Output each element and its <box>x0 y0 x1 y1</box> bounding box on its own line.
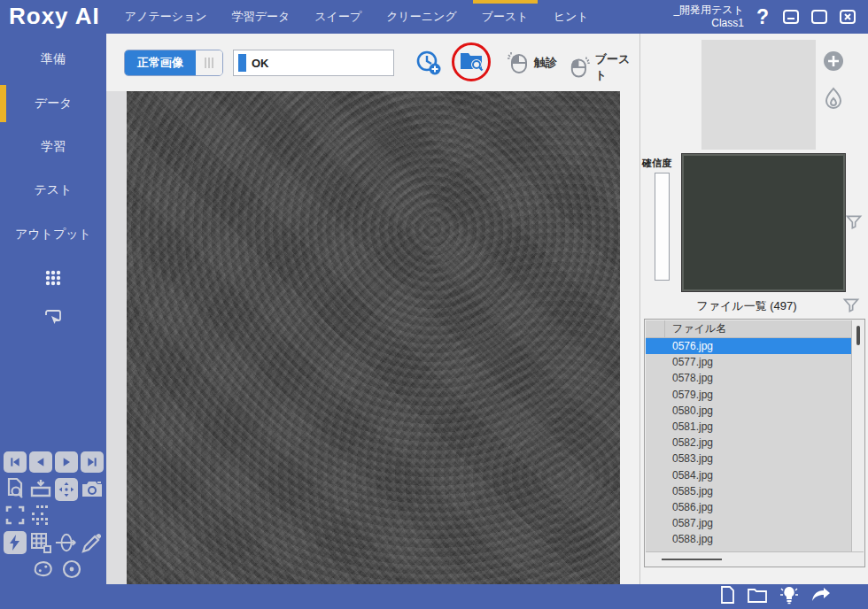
file-row[interactable]: 0576.jpg <box>646 338 851 354</box>
project-info: _開発用テスト Class1 <box>673 4 744 30</box>
result-preview <box>681 153 846 292</box>
palpation-label: 触診 <box>534 55 557 71</box>
menu-annotation[interactable]: アノテーション <box>112 0 220 34</box>
image-type-toggle-label: 正常画像 <box>125 50 196 75</box>
file-row[interactable]: 0583.jpg <box>646 451 851 466</box>
project-name: _開発用テスト <box>673 4 744 17</box>
camera-icon[interactable] <box>81 477 104 500</box>
sidebar-item-prepare[interactable]: 準備 <box>0 51 106 67</box>
collapsed-panel-strip <box>106 91 127 584</box>
grid-menu-icon[interactable] <box>0 269 106 287</box>
menu-cleaning[interactable]: クリーニング <box>374 0 469 34</box>
share-icon[interactable] <box>811 587 831 606</box>
nav-last-icon[interactable] <box>81 451 104 473</box>
vscroll-thumb[interactable] <box>856 326 860 345</box>
menu-boost[interactable]: ブースト <box>469 0 541 34</box>
palpation-mode[interactable]: 触診 <box>507 51 557 74</box>
file-list-hscrollbar[interactable] <box>646 551 864 566</box>
confidence-meter <box>655 173 670 281</box>
file-list-header[interactable]: ファイル名 <box>646 320 851 338</box>
file-row[interactable]: 0584.jpg <box>646 467 851 483</box>
cells-icon[interactable] <box>32 558 55 581</box>
file-row[interactable]: 0586.jpg <box>646 499 851 515</box>
app-window: Roxy AI アノテーション 学習データ スイープ クリーニング ブースト ヒ… <box>0 0 868 609</box>
fabric-noise-texture <box>127 91 620 584</box>
file-column-header: ファイル名 <box>672 321 726 336</box>
mouse-right-click-icon <box>569 56 591 79</box>
nav-next-icon[interactable] <box>55 451 78 473</box>
help-icon[interactable]: ? <box>753 5 772 29</box>
maximize-button[interactable] <box>810 8 829 26</box>
lightbulb-icon[interactable] <box>779 585 799 608</box>
boost-mode[interactable]: ブースト <box>569 51 639 83</box>
inspection-image[interactable] <box>127 91 620 584</box>
minimize-button[interactable] <box>781 8 801 26</box>
flame-icon[interactable] <box>823 87 844 110</box>
category-select[interactable]: OK <box>233 50 394 76</box>
doc-search-icon[interactable] <box>4 477 27 500</box>
crop-icon[interactable] <box>4 504 27 527</box>
toggle-grip[interactable] <box>196 50 222 75</box>
confidence-label: 確信度 <box>642 157 671 170</box>
sidebar-item-data[interactable]: データ <box>0 96 106 112</box>
file-icon[interactable] <box>720 586 735 607</box>
main-menu: アノテーション 学習データ スイープ クリーニング ブースト ヒント <box>112 0 601 34</box>
titlebar-right: _開発用テスト Class1 ? <box>673 4 868 30</box>
file-list: ファイル名 0576.jpg 0577.jpg 0578.jpg 0579.jp… <box>644 319 865 567</box>
image-type-toggle[interactable]: 正常画像 <box>124 50 223 76</box>
sidebar-item-test[interactable]: テスト <box>0 182 106 198</box>
category-value: OK <box>252 57 269 70</box>
mouse-left-click-icon <box>507 51 530 74</box>
plus-circle-icon[interactable] <box>823 50 844 73</box>
menu-sweep[interactable]: スイープ <box>302 0 374 34</box>
thumbnail-placeholder <box>701 40 816 150</box>
sidebar: 準備 データ 学習 テスト アウトプット <box>0 34 106 584</box>
table-grid-icon[interactable] <box>29 531 52 554</box>
filter-icon[interactable] <box>845 213 863 235</box>
eyedropper-icon[interactable] <box>81 531 104 554</box>
file-list-vscrollbar[interactable] <box>851 320 864 551</box>
file-row[interactable]: 0578.jpg <box>646 370 851 386</box>
titlebar: Roxy AI アノテーション 学習データ スイープ クリーニング ブースト ヒ… <box>0 0 868 34</box>
file-list-title: ファイル一覧 (497) <box>658 298 835 314</box>
nav-prev-icon[interactable] <box>29 451 52 473</box>
row-marker-column <box>646 320 665 337</box>
boost-label: ブースト <box>595 51 639 83</box>
file-row[interactable]: 0577.jpg <box>646 354 851 370</box>
history-add-icon[interactable] <box>414 48 444 78</box>
file-row[interactable]: 0581.jpg <box>646 419 851 435</box>
folder-icon[interactable] <box>748 587 767 606</box>
circle-dot-icon[interactable] <box>60 558 83 581</box>
file-row[interactable]: 0580.jpg <box>646 403 851 419</box>
main-content: 正常画像 OK <box>106 34 639 584</box>
move-icon[interactable] <box>55 478 78 501</box>
cursor-click-icon[interactable] <box>0 308 106 328</box>
tray-download-icon[interactable] <box>29 477 52 500</box>
right-panel: 確信度 ファイル一覧 (497) ファイル名 0576.jpg 0577.jpg… <box>639 34 868 584</box>
sidebar-item-output[interactable]: アウトプット <box>0 227 106 243</box>
close-button[interactable] <box>838 8 857 26</box>
file-row[interactable]: 0579.jpg <box>646 387 851 403</box>
nav-first-icon[interactable] <box>4 451 27 473</box>
rotate-3d-icon[interactable] <box>55 531 78 554</box>
lightning-icon[interactable] <box>4 531 27 554</box>
file-row[interactable]: 0582.jpg <box>646 435 851 451</box>
red-circle-highlight <box>452 42 491 81</box>
folder-search-icon[interactable] <box>458 48 484 76</box>
category-color-swatch <box>238 54 246 72</box>
menu-hint[interactable]: ヒント <box>541 0 601 34</box>
class-name: Class1 <box>673 17 744 30</box>
app-logo: Roxy AI <box>0 3 112 32</box>
sidebar-item-learning[interactable]: 学習 <box>0 139 106 155</box>
menu-training-data[interactable]: 学習データ <box>220 0 303 34</box>
file-row[interactable]: 0588.jpg <box>646 531 851 547</box>
file-row[interactable]: 0587.jpg <box>646 515 851 531</box>
bottom-bar <box>0 584 868 609</box>
dot-matrix-icon[interactable] <box>29 504 52 527</box>
file-row[interactable]: 0585.jpg <box>646 483 851 499</box>
file-rows: 0576.jpg 0577.jpg 0578.jpg 0579.jpg 0580… <box>646 338 851 551</box>
filter-icon[interactable] <box>842 297 860 318</box>
hscroll-thumb[interactable] <box>662 559 722 560</box>
